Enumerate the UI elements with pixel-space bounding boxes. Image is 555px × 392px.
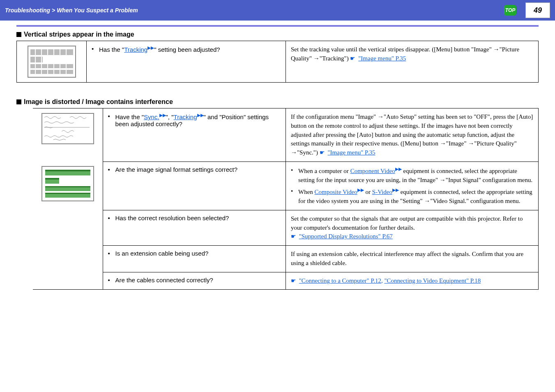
glossary-arrow-icon: ▶▶ — [147, 45, 154, 50]
qa-table-2: • Have the "Sync.▶▶", "Tracking▶▶" and "… — [33, 108, 539, 290]
stripes-thumbnail-icon — [27, 45, 76, 78]
noise-thumbnail-icon — [41, 113, 94, 145]
symptom-thumbnail-cell — [33, 161, 103, 210]
s-video-glossary-link[interactable]: S-Video — [372, 189, 392, 195]
question-text: Is an extension cable being used? — [115, 250, 209, 257]
resolutions-link[interactable]: "Supported Display Resolutions" P.67 — [299, 233, 393, 240]
sync-glossary-link[interactable]: Sync. — [144, 113, 159, 120]
question-cell: • Are the cables connected correctly? — [103, 272, 286, 290]
section-title-distorted: Image is distorted / Image contains inte… — [16, 98, 539, 106]
empty-thumbnail-cell — [33, 246, 103, 272]
answer-text: Set the computer so that the signals tha… — [291, 215, 523, 231]
answer-cell: Set the tracking value until the vertica… — [286, 41, 539, 83]
composite-video-glossary-link[interactable]: Composite Video — [315, 189, 357, 195]
square-bullet-icon — [16, 32, 21, 37]
answer-bullet-text: When Composite Video▶▶ or S-Video▶▶ equi… — [298, 187, 533, 206]
empty-thumbnail-cell — [33, 210, 103, 245]
question-cell: • Has the correct resolution been select… — [103, 210, 286, 245]
svg-rect-16 — [45, 178, 59, 180]
connecting-computer-link[interactable]: "Connecting to a Computer" P.12 — [299, 277, 381, 284]
component-video-glossary-link[interactable]: Component Video — [350, 168, 395, 174]
answer-cell: • When a computer or Component Video▶▶ e… — [286, 161, 539, 210]
answer-bullet-text: When a computer or Component Video▶▶ equ… — [298, 166, 533, 185]
symptom-thumbnail-cell — [33, 108, 103, 162]
svg-rect-14 — [45, 170, 90, 171]
table-row: • Are the cables connected correctly? "C… — [33, 272, 539, 290]
glossary-arrow-icon: ▶▶ — [395, 166, 402, 171]
question-cell: • Has the "Tracking▶▶" setting been adju… — [87, 41, 286, 83]
section-title-text: Image is distorted / Image contains inte… — [24, 98, 173, 106]
pointer-icon — [291, 232, 297, 237]
header-right: TOP 49 — [504, 2, 550, 18]
question-cell: • Is an extension cable being used? — [103, 246, 286, 272]
pointer-icon — [291, 277, 297, 281]
section-title-text: Vertical stripes appear in the image — [24, 31, 134, 38]
svg-rect-2 — [30, 57, 43, 62]
answer-cell: Set the computer so that the signals tha… — [286, 210, 539, 245]
answer-text: If using an extension cable, electrical … — [291, 251, 523, 266]
svg-rect-3 — [30, 64, 73, 68]
qa-section-2: • Have the "Sync.▶▶", "Tracking▶▶" and "… — [16, 108, 539, 290]
square-bullet-icon — [16, 99, 21, 104]
qa-table-1: • Has the "Tracking▶▶" setting been adju… — [16, 41, 539, 83]
bullet-icon: • — [108, 166, 112, 173]
svg-rect-4 — [30, 70, 73, 74]
question-cell: • Are the image signal format settings c… — [103, 161, 286, 210]
bullet-icon: • — [108, 214, 112, 221]
svg-rect-18 — [45, 186, 90, 187]
distort-thumbnail-icon — [41, 166, 94, 202]
svg-rect-20 — [45, 193, 90, 194]
image-menu-link[interactable]: "Image menu" P.35 — [358, 55, 406, 62]
question-text: Are the image signal format settings cor… — [115, 166, 238, 173]
bullet-icon: • — [108, 277, 112, 284]
symptom-thumbnail-cell — [17, 41, 87, 83]
glossary-arrow-icon: ▶▶ — [392, 187, 399, 192]
section-spacer — [16, 83, 539, 94]
glossary-arrow-icon: ▶▶ — [197, 113, 204, 118]
answer-cell: If using an extension cable, electrical … — [286, 246, 539, 272]
glossary-arrow-icon: ▶▶ — [357, 187, 364, 192]
image-menu-link[interactable]: "Image menu" P.35 — [328, 149, 375, 156]
question-text: Has the "Tracking▶▶" setting been adjust… — [99, 45, 220, 53]
page-header: Troubleshooting > When You Suspect a Pro… — [0, 0, 555, 21]
table-row: • Have the "Sync.▶▶", "Tracking▶▶" and "… — [33, 108, 539, 162]
question-text: Has the correct resolution been selected… — [115, 214, 229, 221]
table-row: • Is an extension cable being used? If u… — [33, 246, 539, 272]
question-text: Are the cables connected correctly? — [115, 277, 213, 284]
divider — [16, 25, 539, 27]
answer-cell: "Connecting to a Computer" P.12, "Connec… — [286, 272, 539, 290]
page-content: Vertical stripes appear in the image — [0, 21, 555, 298]
section-title-vertical-stripes: Vertical stripes appear in the image — [16, 31, 539, 38]
breadcrumb: Troubleshooting > When You Suspect a Pro… — [5, 7, 504, 14]
bullet-icon: • — [291, 187, 295, 206]
table-row: • Has the correct resolution been select… — [33, 210, 539, 245]
pointer-icon — [350, 54, 357, 59]
table-row: • Are the image signal format settings c… — [33, 161, 539, 210]
svg-rect-1 — [30, 49, 73, 55]
bullet-icon: • — [291, 166, 295, 185]
table-row: • Has the "Tracking▶▶" setting been adju… — [17, 41, 539, 83]
question-cell: • Have the "Sync.▶▶", "Tracking▶▶" and "… — [103, 108, 286, 162]
bullet-icon: • — [108, 250, 112, 257]
connecting-video-link[interactable]: "Connecting to Video Equipment" P.18 — [384, 277, 481, 284]
pointer-icon — [320, 148, 326, 153]
page-number-badge: 49 — [525, 2, 550, 18]
bullet-icon: • — [108, 113, 112, 127]
answer-text: If the configuration menu "Image" →"Auto… — [291, 113, 533, 156]
tracking-glossary-link[interactable]: Tracking — [124, 46, 147, 53]
top-button[interactable]: TOP — [504, 5, 516, 16]
bullet-icon: • — [92, 45, 96, 53]
question-text: Have the "Sync.▶▶", "Tracking▶▶" and "Po… — [115, 113, 281, 127]
tracking-glossary-link[interactable]: Tracking — [174, 113, 197, 120]
empty-thumbnail-cell — [33, 272, 103, 290]
answer-cell: If the configuration menu "Image" →"Auto… — [286, 108, 539, 162]
glossary-arrow-icon: ▶▶ — [159, 113, 166, 118]
